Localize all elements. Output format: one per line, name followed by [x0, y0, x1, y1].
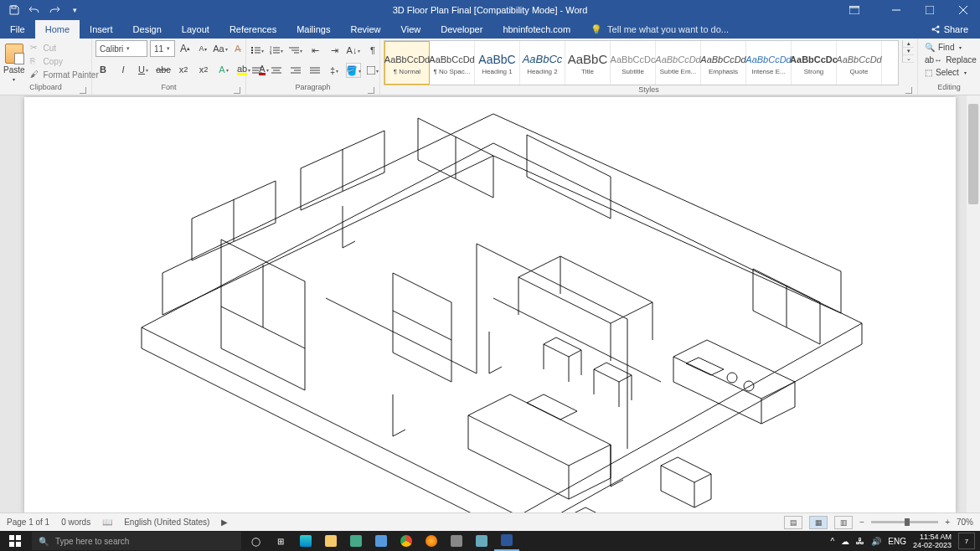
- language-tray[interactable]: ENG: [888, 537, 906, 546]
- word-count[interactable]: 0 words: [61, 518, 90, 527]
- cut-button[interactable]: ✂Cut: [28, 42, 101, 54]
- clear-formatting-button[interactable]: A̶: [230, 41, 245, 56]
- tab-insert[interactable]: Insert: [80, 20, 123, 39]
- zoom-level[interactable]: 70%: [957, 518, 973, 527]
- task-view-icon[interactable]: ⊞: [268, 531, 293, 551]
- gallery-up-button[interactable]: ▴: [903, 40, 914, 48]
- chevron-down-icon[interactable]: ▾: [167, 45, 170, 52]
- gallery-down-button[interactable]: ▾: [903, 48, 914, 55]
- close-button[interactable]: [946, 0, 980, 20]
- font-size-combo[interactable]: 11▾: [150, 40, 175, 57]
- tab-hbninfotech[interactable]: hbninfotech.com: [493, 20, 580, 39]
- style-item[interactable]: AaBbCcDd¶ Normal: [384, 41, 430, 85]
- zoom-out-button[interactable]: −: [859, 518, 864, 527]
- cortana-icon[interactable]: ◯: [243, 531, 268, 551]
- share-button[interactable]: Share: [919, 20, 980, 39]
- numbering-button[interactable]: 123: [269, 43, 284, 58]
- sort-button[interactable]: A↓: [346, 43, 361, 58]
- ribbon-display-options-icon[interactable]: [838, 0, 871, 20]
- line-spacing-button[interactable]: ‡: [327, 63, 342, 78]
- select-button[interactable]: ⬚Select▾: [921, 67, 980, 78]
- tab-layout[interactable]: Layout: [172, 20, 219, 39]
- word-taskbar-icon[interactable]: [494, 531, 519, 551]
- qat-customize-icon[interactable]: ▾: [69, 4, 80, 16]
- underline-button[interactable]: U: [136, 62, 151, 77]
- bullets-button[interactable]: [250, 43, 265, 58]
- tab-home[interactable]: Home: [35, 20, 80, 39]
- app-icon[interactable]: [444, 531, 469, 551]
- paragraph-dialog-launcher[interactable]: [368, 87, 374, 94]
- clipboard-dialog-launcher[interactable]: [80, 87, 86, 94]
- tab-design[interactable]: Design: [123, 20, 172, 39]
- text-effects-button[interactable]: A: [216, 62, 231, 77]
- tab-file[interactable]: File: [0, 20, 35, 39]
- chrome-icon[interactable]: [394, 531, 419, 551]
- document-page[interactable]: [24, 97, 956, 512]
- page-indicator[interactable]: Page 1 of 1: [7, 518, 49, 527]
- style-item[interactable]: AaBbCcDdIntense E...: [746, 41, 792, 85]
- maximize-button[interactable]: [913, 0, 946, 20]
- tab-review[interactable]: Review: [341, 20, 391, 39]
- increase-indent-button[interactable]: ⇥: [327, 43, 342, 58]
- style-item[interactable]: AaBbCcDcSubtitle: [611, 41, 656, 85]
- save-icon[interactable]: [8, 4, 20, 16]
- grow-font-button[interactable]: A▴: [178, 41, 193, 56]
- align-center-button[interactable]: [269, 63, 284, 78]
- macro-icon[interactable]: ▶: [221, 518, 228, 527]
- multilevel-list-button[interactable]: [288, 43, 303, 58]
- edge-icon[interactable]: [293, 531, 318, 551]
- style-item[interactable]: AaBbCcDdSubtle Em...: [656, 41, 701, 85]
- find-button[interactable]: 🔍Find▾: [921, 42, 980, 53]
- justify-button[interactable]: [307, 63, 322, 78]
- store-icon[interactable]: [343, 531, 369, 551]
- firefox-icon[interactable]: [419, 531, 444, 551]
- read-mode-button[interactable]: ▤: [784, 516, 802, 529]
- notifications-button[interactable]: 7: [958, 533, 975, 549]
- minimize-button[interactable]: [879, 0, 913, 20]
- spell-check-icon[interactable]: 📖: [102, 518, 112, 527]
- copy-button[interactable]: ⎘Copy: [28, 55, 101, 67]
- subscript-button[interactable]: x2: [176, 62, 191, 77]
- tab-mailings[interactable]: Mailings: [286, 20, 340, 39]
- language-indicator[interactable]: English (United States): [124, 518, 209, 527]
- tab-references[interactable]: References: [219, 20, 286, 39]
- style-item[interactable]: AaBbCcDcStrong: [792, 41, 837, 85]
- format-painter-button[interactable]: 🖌Format Painter: [28, 69, 101, 80]
- zoom-slider-thumb[interactable]: [905, 518, 910, 526]
- gallery-more-button[interactable]: ⌄: [903, 55, 914, 63]
- shrink-font-button[interactable]: A▾: [195, 41, 210, 56]
- zoom-in-button[interactable]: +: [945, 518, 950, 527]
- strikethrough-button[interactable]: abc: [156, 62, 171, 77]
- superscript-button[interactable]: x2: [196, 62, 211, 77]
- style-item[interactable]: AaBbCcDd¶ No Spac...: [430, 41, 475, 85]
- align-left-button[interactable]: [250, 63, 265, 78]
- tab-view[interactable]: View: [391, 20, 431, 39]
- shading-button[interactable]: 🪣: [346, 63, 361, 78]
- style-item[interactable]: AaBbCHeading 1: [475, 41, 520, 85]
- scrollbar-thumb[interactable]: [968, 104, 978, 204]
- style-item[interactable]: AaBbCcDdEmphasis: [701, 41, 746, 85]
- network-icon[interactable]: 🖧: [856, 537, 864, 546]
- tab-developer[interactable]: Developer: [431, 20, 493, 39]
- mail-icon[interactable]: [369, 531, 394, 551]
- taskbar-search[interactable]: 🔍 Type here to search: [32, 532, 241, 550]
- paste-button[interactable]: Paste ▾: [3, 40, 25, 82]
- style-item[interactable]: AaBbCTitle: [565, 41, 611, 85]
- vertical-scrollbar[interactable]: [967, 95, 980, 512]
- start-button[interactable]: [0, 531, 30, 551]
- clock[interactable]: 11:54 AM 24-02-2023: [913, 533, 952, 549]
- borders-button[interactable]: [365, 63, 380, 78]
- web-layout-button[interactable]: ▥: [834, 516, 853, 529]
- change-case-button[interactable]: Aa: [213, 41, 228, 56]
- replace-button[interactable]: ab↔Replace: [921, 54, 980, 65]
- tell-me-search[interactable]: 💡 Tell me what you want to do...: [591, 20, 729, 39]
- font-name-combo[interactable]: Calibri▾: [95, 40, 147, 57]
- font-dialog-launcher[interactable]: [234, 87, 240, 94]
- decrease-indent-button[interactable]: ⇤: [307, 43, 322, 58]
- zoom-slider[interactable]: [871, 521, 938, 523]
- italic-button[interactable]: I: [116, 62, 131, 77]
- onedrive-icon[interactable]: ☁: [841, 537, 849, 546]
- style-item[interactable]: AaBbCcHeading 2: [520, 41, 565, 85]
- chevron-down-icon[interactable]: ▾: [126, 45, 130, 52]
- volume-icon[interactable]: 🔊: [871, 537, 881, 546]
